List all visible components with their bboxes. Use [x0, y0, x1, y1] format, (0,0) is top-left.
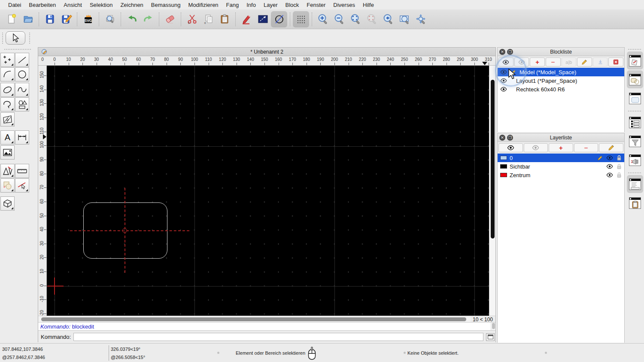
eye-icon[interactable] — [606, 164, 613, 169]
insert-block-button[interactable] — [593, 57, 608, 66]
dimension-tool[interactable] — [15, 130, 29, 145]
horizontal-scrollbar-thumb[interactable] — [41, 317, 466, 321]
lock-icon[interactable] — [617, 163, 622, 169]
vertical-scrollbar-thumb[interactable] — [491, 80, 495, 238]
history-scrollbar[interactable] — [491, 323, 495, 330]
command-window-button[interactable] — [486, 333, 495, 341]
circle-tool[interactable] — [15, 67, 29, 81]
menu-fenster[interactable]: Fenster — [303, 2, 329, 8]
command-line-dock-button[interactable] — [627, 175, 643, 193]
svg-export-button[interactable]: SVG — [80, 11, 96, 27]
canvas-horizontal-scrollbar[interactable] — [38, 316, 471, 323]
layer-row-zentrum[interactable]: Zentrum — [498, 171, 624, 179]
zoom-previous-button[interactable] — [380, 11, 396, 27]
ellipse-tool[interactable] — [0, 83, 15, 97]
zoom-out-button[interactable] — [331, 11, 347, 27]
menu-block[interactable]: Block — [281, 2, 303, 8]
save-button[interactable] — [42, 11, 58, 27]
polygon-shapes-tool[interactable] — [15, 97, 29, 112]
redo-button[interactable] — [140, 11, 156, 27]
undo-button[interactable] — [124, 11, 140, 27]
hide-all-layers-button[interactable] — [524, 143, 548, 152]
menu-info[interactable]: Info — [243, 2, 260, 8]
lock-icon[interactable] — [617, 155, 622, 161]
canvas-vertical-scrollbar[interactable] — [489, 66, 495, 316]
menu-ansicht[interactable]: Ansicht — [60, 2, 86, 8]
line-tool[interactable] — [15, 53, 29, 67]
close-icon[interactable]: ✕ — [499, 135, 505, 141]
menu-fang[interactable]: Fang — [222, 2, 243, 8]
menu-diverses[interactable]: Diverses — [329, 2, 359, 8]
eye-icon[interactable] — [500, 78, 507, 83]
float-panel-icon[interactable]: ❐ — [507, 135, 513, 141]
rename-block-button[interactable]: a|b — [562, 57, 577, 66]
block-row-layout1[interactable]: Layout1 (*Paper_Space) — [498, 76, 624, 85]
library-dock-button[interactable] — [627, 89, 643, 107]
menu-zeichnen[interactable]: Zeichnen — [116, 2, 147, 8]
zoom-selection-button[interactable] — [364, 11, 380, 27]
add-block-button[interactable]: + — [530, 57, 545, 66]
menu-modifizieren[interactable]: Modifizieren — [185, 2, 222, 8]
save-as-button[interactable] — [58, 11, 74, 27]
remove-block-button[interactable]: − — [546, 57, 561, 66]
select-arrow-button[interactable] — [6, 31, 25, 45]
pen-attributes-dock-button[interactable] — [627, 51, 643, 69]
line-attributes-button[interactable] — [255, 11, 271, 27]
zoom-auto-button[interactable] — [347, 11, 364, 27]
copy-button[interactable]: + — [200, 11, 216, 27]
arc-tool[interactable] — [0, 67, 15, 81]
close-icon[interactable]: ✕ — [499, 49, 505, 55]
text-tool[interactable]: A — [0, 130, 15, 145]
eye-icon[interactable] — [500, 87, 507, 92]
lock-icon[interactable] — [617, 172, 622, 178]
polyline-tool[interactable] — [0, 97, 15, 112]
zoom-pan-button[interactable] — [413, 11, 429, 27]
layer-row-0[interactable]: 0 — [498, 154, 624, 162]
show-all-layers-button[interactable] — [498, 143, 523, 152]
drawing-canvas[interactable] — [47, 66, 490, 316]
command-input[interactable] — [73, 333, 483, 341]
open-file-button[interactable] — [20, 11, 36, 27]
grid-toggle-button[interactable] — [293, 11, 309, 27]
zoom-window-button[interactable] — [396, 11, 413, 27]
show-all-blocks-button[interactable] — [498, 57, 513, 66]
spline-tool[interactable] — [15, 83, 29, 97]
add-layer-button[interactable]: + — [549, 143, 573, 152]
clipboard-dock-button[interactable] — [627, 194, 643, 212]
block-row-rechteck[interactable]: Rechteck 60x40 R6 — [498, 85, 624, 94]
pen-attributes-button[interactable] — [238, 11, 255, 27]
command-echo-dock-button[interactable] — [627, 151, 643, 169]
menu-datei[interactable]: Datei — [4, 2, 25, 8]
hide-all-blocks-button[interactable] — [514, 57, 529, 66]
circle-tool-button[interactable] — [271, 11, 287, 27]
block-row-model[interactable]: Model (*Model_Space) — [498, 68, 624, 76]
history-scrollbar-thumb[interactable] — [492, 323, 495, 329]
drawing-window-titlebar[interactable]: * Unbenannt 2 — [38, 48, 495, 56]
eye-icon[interactable] — [500, 69, 507, 75]
layer-row-sichtbar[interactable]: Sichtbar — [498, 162, 624, 171]
edit-block-button[interactable] — [577, 57, 592, 66]
new-file-button[interactable] — [3, 11, 20, 27]
measure-tool[interactable] — [15, 164, 29, 178]
paste-button[interactable] — [216, 11, 233, 27]
cut-button[interactable]: + — [184, 11, 200, 27]
menu-selektion[interactable]: Selektion — [86, 2, 116, 8]
float-panel-icon[interactable]: ❐ — [507, 49, 513, 55]
points-tool[interactable] — [0, 53, 15, 67]
menu-bearbeiten[interactable]: Bearbeiten — [25, 2, 60, 8]
menu-layer[interactable]: Layer — [260, 2, 282, 8]
zoom-in-button[interactable] — [315, 11, 331, 27]
modify-tool[interactable] — [0, 178, 15, 193]
block-dock-button[interactable] — [627, 70, 643, 88]
filter-dock-button[interactable] — [627, 132, 643, 150]
select-entity-tool[interactable] — [15, 178, 29, 193]
eye-icon[interactable] — [606, 155, 613, 160]
menu-hilfe[interactable]: Hilfe — [359, 2, 378, 8]
print-preview-button[interactable] — [102, 11, 118, 27]
solid-3d-tool[interactable] — [0, 196, 15, 211]
eraser-button[interactable] — [162, 11, 178, 27]
pencil-icon[interactable] — [597, 155, 603, 161]
edit-layer-button[interactable] — [599, 143, 623, 152]
delete-block-button[interactable] — [608, 57, 623, 66]
hatch-tool[interactable] — [0, 112, 15, 127]
